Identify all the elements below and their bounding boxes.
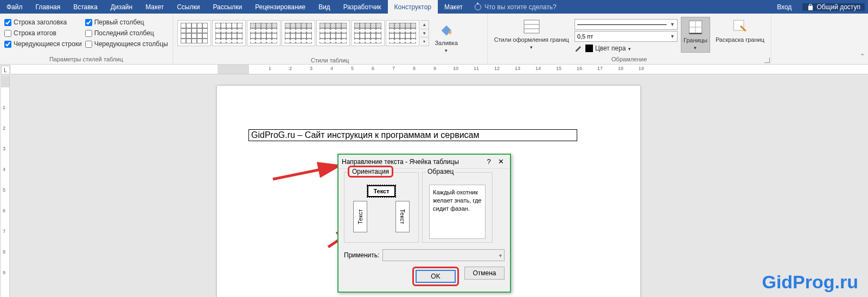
line-style-combo[interactable]: ▼: [575, 19, 678, 30]
line-style-preview: [577, 24, 667, 25]
chk-header-row[interactable]: Строка заголовка: [4, 17, 82, 28]
vertical-ruler[interactable]: 123456789: [1, 75, 10, 297]
tab-mailings[interactable]: Рассылки: [206, 0, 248, 14]
shading-button[interactable]: Заливка: [432, 20, 461, 56]
watermark: GidProg.ru: [762, 271, 858, 293]
table-style-1[interactable]: [177, 20, 211, 46]
borders-icon: [687, 18, 704, 36]
table-style-7[interactable]: [386, 20, 419, 46]
cancel-button[interactable]: Отмена: [464, 267, 505, 280]
table-style-3[interactable]: [247, 20, 280, 46]
tabs-bar: Файл Главная Вставка Дизайн Макет Ссылки…: [0, 0, 868, 14]
orientation-legend: Ориентация: [348, 166, 393, 178]
table-styles-gallery[interactable]: ▲▼▾: [177, 20, 429, 46]
collapse-ribbon-icon[interactable]: ⌃: [860, 53, 865, 60]
table-style-4[interactable]: [282, 20, 315, 46]
group-label-styles: Стили таблиц: [177, 56, 483, 65]
dialog-close-button[interactable]: ✕: [495, 157, 507, 166]
ribbon: Строка заголовка Строка итогов Чередующи…: [0, 14, 868, 65]
line-weight-combo[interactable]: 0,5 пт▼: [575, 31, 678, 42]
tell-me-placeholder: Что вы хотите сделать?: [484, 3, 557, 11]
table-style-6[interactable]: [351, 20, 385, 46]
apply-to-label: Применить:: [344, 251, 379, 259]
border-painter-icon: [731, 18, 749, 35]
tab-layout-1[interactable]: Макет: [139, 0, 170, 14]
chk-banded-rows[interactable]: Чередующиеся строки: [4, 39, 82, 49]
share-label: Общий доступ: [816, 3, 860, 11]
svg-rect-7: [733, 20, 744, 30]
tab-references[interactable]: Ссылки: [170, 0, 206, 14]
tab-file[interactable]: Файл: [0, 0, 29, 14]
dialog-help-button[interactable]: ?: [483, 157, 495, 166]
orientation-vertical-down[interactable]: Текст: [395, 201, 410, 232]
paint-bucket-icon: [438, 21, 455, 39]
border-painter-button[interactable]: Раскраска границ: [713, 17, 767, 53]
group-label-options: Параметры стилей таблиц: [4, 55, 168, 64]
tab-insert[interactable]: Вставка: [67, 0, 104, 14]
tab-home[interactable]: Главная: [29, 0, 67, 14]
tab-view[interactable]: Вид: [312, 0, 337, 14]
orientation-horizontal[interactable]: Текст: [367, 185, 396, 198]
apply-to-select[interactable]: ▾: [382, 249, 505, 261]
table-style-5[interactable]: [316, 20, 350, 46]
dialog-title: Направление текста - Ячейка таблицы: [342, 158, 483, 166]
borders-dialog-launcher[interactable]: [764, 58, 770, 63]
orientation-fieldset: Ориентация Текст Текст Текст: [344, 172, 419, 243]
share-icon: [807, 3, 814, 11]
sample-fieldset: Образец Каждый охотник желает знать, где…: [422, 172, 493, 243]
sample-legend: Образец: [426, 168, 455, 175]
ruler-corner[interactable]: L: [1, 66, 10, 74]
text-direction-dialog: Направление текста - Ячейка таблицы ? ✕ …: [337, 154, 511, 293]
pen-icon: [575, 44, 583, 53]
group-borders: Стили оформления границ ▼ 0,5 пт▼ Цвет п…: [488, 14, 771, 64]
ok-button[interactable]: OK: [416, 270, 456, 283]
group-label-borders: Обрамление: [492, 55, 767, 64]
tab-review[interactable]: Рецензирование: [248, 0, 312, 14]
chk-first-col[interactable]: Первый столбец: [85, 17, 168, 28]
tab-layout-2[interactable]: Макет: [438, 0, 469, 14]
tab-table-design[interactable]: Конструктор: [388, 0, 438, 14]
share-button[interactable]: Общий доступ: [802, 3, 865, 11]
table-style-2[interactable]: [212, 20, 246, 46]
sign-in[interactable]: Вход: [770, 3, 798, 11]
ok-highlight: OK: [412, 267, 459, 286]
chk-total-row[interactable]: Строка итогов: [4, 28, 82, 39]
pen-color-swatch: [585, 45, 593, 52]
border-styles-icon: [523, 18, 540, 35]
lightbulb-icon: [475, 4, 481, 10]
sample-preview: Каждый охотник желает знать, где сидит ф…: [429, 185, 486, 239]
svg-rect-0: [524, 20, 539, 33]
tab-developer[interactable]: Разработчик: [337, 0, 388, 14]
cell-text: GidProG.ru – Сайт инструкция к программа…: [251, 130, 479, 140]
chk-banded-cols[interactable]: Чередующиеся столбцы: [85, 39, 168, 49]
chk-last-col[interactable]: Последний столбец: [85, 28, 168, 39]
border-styles-button[interactable]: Стили оформления границ: [492, 17, 571, 53]
group-table-style-options: Строка заголовка Строка итогов Чередующи…: [0, 14, 173, 64]
table-cell[interactable]: GidProG.ru – Сайт инструкция к программа…: [248, 129, 577, 141]
borders-button[interactable]: Границы: [681, 17, 710, 53]
tell-me[interactable]: Что вы хотите сделать?: [469, 0, 770, 14]
pen-color-button[interactable]: Цвет пера: [575, 43, 678, 54]
orientation-vertical-up[interactable]: Текст: [353, 201, 367, 232]
group-table-styles: ▲▼▾ Заливка Стили таблиц: [173, 14, 488, 64]
tab-design[interactable]: Дизайн: [104, 0, 139, 14]
horizontal-ruler[interactable]: 12345678910111213141516171819: [11, 65, 868, 74]
table-styles-more[interactable]: ▲▼▾: [420, 20, 429, 46]
